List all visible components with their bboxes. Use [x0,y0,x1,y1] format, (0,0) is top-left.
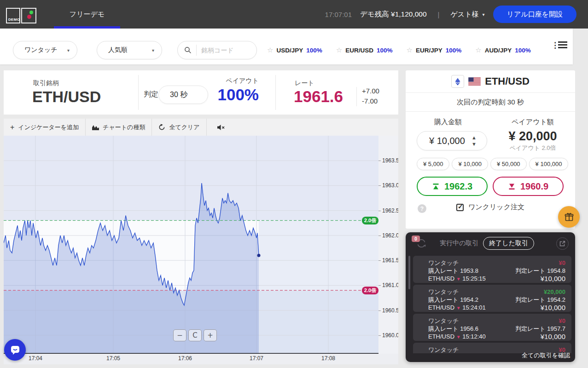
buy-high-button[interactable]: 1962.3 [417,177,488,196]
view-all-trades-link[interactable]: 全ての取引を確認 [522,351,570,360]
plus-icon: + [10,123,14,132]
search-icon [184,46,192,54]
stepper-down-icon[interactable]: ▼ [472,142,477,147]
watchlist-pair[interactable]: ☆EUR/USD100% [336,46,393,54]
quick-amount-button[interactable]: ¥ 50,000 [490,158,527,170]
zoom-in-button[interactable]: + [204,329,217,341]
speaker-mute-icon [217,124,225,131]
y-axis-tick [378,236,381,236]
payout-amount-value: ¥ 20,000 [490,129,575,144]
symbol-search[interactable] [177,41,257,59]
chevron-down-icon: ▾ [152,48,154,53]
payout-amount-label: ペイアウト額 [490,118,575,126]
watchlist-pair[interactable]: ☆EUR/JPY100% [407,46,462,54]
star-icon[interactable]: ☆ [336,46,342,54]
logo-demo-label: DEMO [8,17,20,22]
filter-bar: ワンタッチ ▾ 人気順 ▾ ☆USD/JPY100%☆EUR/USD100%☆E… [0,29,573,64]
add-indicator-button[interactable]: + インジケーターを追加 [4,119,85,136]
chevron-down-icon: ▾ [483,12,485,17]
open-trades-window-button[interactable] [556,237,569,250]
trade-pair: ETH/USD [428,333,456,340]
trade-type-select[interactable]: ワンタッチ ▾ [13,41,77,59]
x-axis-label: 17:04 [29,355,42,362]
tab-closed-trades[interactable]: 終了した取引 [483,237,534,250]
trade-row[interactable]: ワンタッチ購入レート 1954.2ETH/USD ▼ 15:24:01¥20,0… [413,285,571,312]
amount-input[interactable] [429,136,474,146]
divider: | [435,11,442,18]
mute-sound-button[interactable] [217,124,225,131]
y-axis-tick [378,285,381,286]
promotion-gift-button[interactable] [558,206,580,228]
divider [275,75,276,110]
star-icon[interactable]: ☆ [267,46,273,54]
trade-pair: ETH/USD [428,275,456,282]
tab-running-trades[interactable]: 実行中の取引 [440,239,478,247]
logo-green-dot-icon [29,11,33,14]
clear-all-button[interactable]: 全てクリア [152,119,206,136]
watchlist-pair[interactable]: ☆USD/JPY100% [267,46,322,54]
scrollbar[interactable] [408,256,410,289]
trades-panel: 0 実行中の取引 終了した取引 ワンタッチ購入レート 1953.8ETH/USD… [406,232,575,362]
y-axis-label: 1960.5 [382,307,398,314]
stepper-up-icon[interactable]: ▲ [472,135,477,140]
star-icon[interactable]: ☆ [407,46,413,54]
search-input[interactable] [201,46,247,54]
trade-row[interactable]: ワンタッチ購入レート 1953.8ETH/USD ▼ 15:25:15¥0判定レ… [413,256,571,283]
amount-stepper[interactable]: ▲ ▼ [417,131,487,150]
watchlist: ☆USD/JPY100%☆EUR/USD100%☆EUR/JPY100%☆AUD… [267,41,531,59]
buy-low-button[interactable]: 1960.9 [493,177,564,196]
y-axis-label: 1962.0 [382,232,398,239]
trade-result: ¥0 [515,317,565,325]
sync-button[interactable]: 0 [415,237,428,250]
hamburger-menu-icon[interactable] [558,41,567,50]
quick-amount-button[interactable]: ¥ 100,000 [529,158,569,170]
watchlist-pair[interactable]: ☆AUD/JPY100% [475,46,531,54]
multiplier-badge: 2.0倍 [362,217,378,224]
pair-payout: 100% [306,47,322,54]
tab-free-demo[interactable]: フリーデモ [54,0,120,29]
x-axis-label: 17:07 [250,355,263,362]
judge-label: 判定 [144,90,158,99]
down-triangle-icon: ▼ [456,334,461,339]
chart-reset-button[interactable]: C [188,329,202,341]
price-chart[interactable] [4,136,398,354]
zoom-out-button[interactable]: − [173,329,186,341]
rate-spread-up: +7.00 [362,87,379,95]
refresh-icon [158,124,165,131]
trade-row[interactable]: ワンタッチ購入レート 1956.6ETH/USD ▼ 15:12:40¥0判定レ… [413,314,571,341]
trade-row-right: ¥0判定レート 1957.7¥10,000 [515,317,565,341]
star-icon[interactable]: ☆ [475,46,481,54]
amount-label: 購入金額 [406,118,490,126]
one-click-checkbox[interactable]: ✓ [456,204,464,211]
trade-pair: ETH/USD [428,304,456,311]
payout-label: ペイアウト [203,77,259,85]
trade-judge-rate: 判定レート 1954.8 [515,267,565,275]
y-axis-gutter [378,136,398,354]
support-chat-button[interactable] [4,339,26,361]
logo-red-dot-icon [27,15,31,19]
trade-time: 15:25:15 [461,275,486,282]
y-axis-tick [378,260,381,261]
order-panel: ETH/USD 次回の判定時刻 30 秒 購入金額 ペイアウト額 ▲ ▼ ¥ 2… [406,70,575,229]
trades-header: 0 実行中の取引 終了した取引 [406,232,575,254]
area-chart-icon [92,124,99,130]
one-click-label: ワンクリック注文 [468,203,524,212]
y-axis-label: 1961.5 [382,257,398,264]
quick-amount-button[interactable]: ¥ 10,000 [452,158,488,170]
instrument-label: 取引銘柄 [33,79,59,87]
logo-demo-square: DEMO [6,8,20,23]
quick-amount-buttons: ¥ 5,000¥ 10,000¥ 50,000¥ 100,000 [417,158,575,170]
chart-type-button[interactable]: チャートの種類 [86,119,151,136]
server-clock: 17:07:01 [325,11,352,18]
trade-history-list: ワンタッチ購入レート 1953.8ETH/USD ▼ 15:25:15¥0判定レ… [413,256,571,353]
rate-label: レート [295,79,314,87]
next-round-timer: 次回の判定時刻 30 秒 [406,93,575,112]
x-axis-label: 17:06 [178,355,192,362]
open-real-account-button[interactable]: リアル口座を開設 [493,6,576,23]
quick-amount-button[interactable]: ¥ 5,000 [417,158,449,170]
user-menu[interactable]: ゲスト様 ▾ [451,10,485,19]
sort-select[interactable]: 人気順 ▾ [97,41,162,59]
touch-up-icon [432,183,440,190]
one-click-order-toggle[interactable]: ✓ ワンクリック注文 [406,203,575,212]
trade-result: ¥0 [515,259,565,267]
